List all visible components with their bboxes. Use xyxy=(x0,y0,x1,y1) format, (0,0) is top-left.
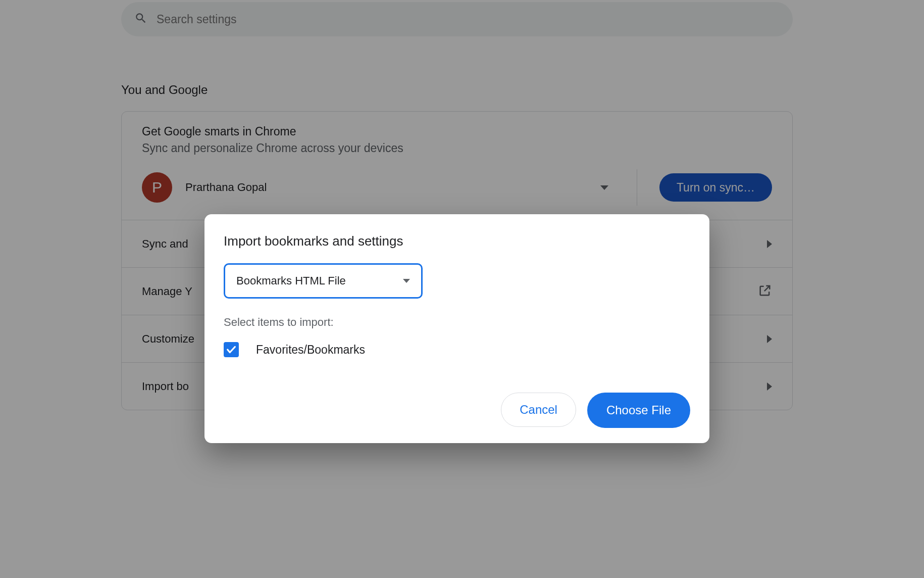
select-value: Bookmarks HTML File xyxy=(236,274,346,287)
import-source-select[interactable]: Bookmarks HTML File xyxy=(224,263,423,299)
chevron-down-icon xyxy=(403,279,410,283)
import-bookmarks-dialog: Import bookmarks and settings Bookmarks … xyxy=(204,214,709,443)
select-items-label: Select items to import: xyxy=(224,316,690,329)
favorites-checkbox-label: Favorites/Bookmarks xyxy=(256,343,365,357)
dialog-title: Import bookmarks and settings xyxy=(224,233,690,249)
choose-file-button[interactable]: Choose File xyxy=(587,393,690,428)
cancel-button[interactable]: Cancel xyxy=(501,393,576,427)
favorites-checkbox[interactable] xyxy=(224,342,239,357)
import-item-row[interactable]: Favorites/Bookmarks xyxy=(224,342,690,357)
